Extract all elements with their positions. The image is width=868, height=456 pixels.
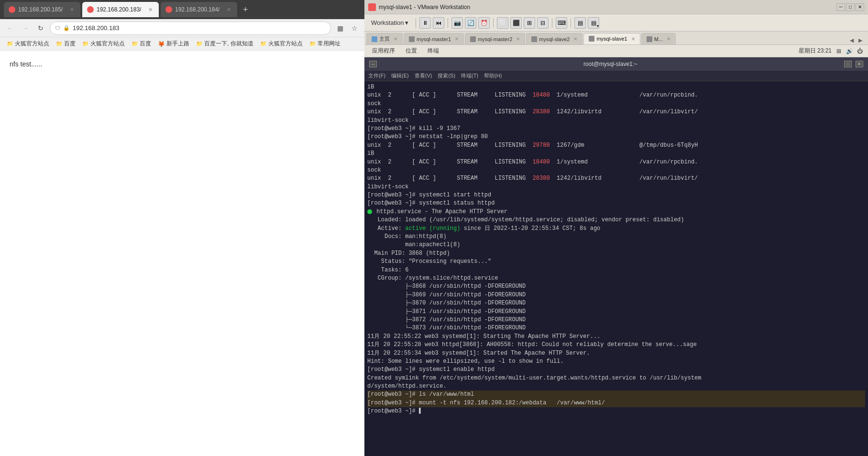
network-icon[interactable]: ⊞ <box>835 47 843 55</box>
terminal-search-menu[interactable]: 搜索(S) <box>438 72 455 79</box>
restore-snapshot-button[interactable]: 🔄 <box>465 17 476 29</box>
bookmark-label: 火狐官方站点 <box>268 40 303 48</box>
master2-tab-close[interactable]: ✕ <box>516 36 520 42</box>
tab-add-button[interactable]: + <box>239 3 252 17</box>
tab-mysql-master2[interactable]: mysql-master2 ✕ <box>465 33 525 44</box>
master1-tab-close[interactable]: ✕ <box>455 36 459 42</box>
terminal-edit-menu[interactable]: 编辑(E) <box>391 72 409 79</box>
bookmark-new-user[interactable]: 🦊 新手上路 <box>155 39 192 49</box>
vmware-titlebar: mysql-slave1 - VMware Workstation ─ □ ✕ <box>364 0 868 14</box>
terminal-titlebar: ─ root@mysql-slave1:~ □ ✕ <box>364 57 868 71</box>
master1-tab-icon <box>409 36 415 42</box>
lock-icon: 🔒 <box>63 25 70 31</box>
fullscreen-button-1[interactable]: ⬜ <box>497 17 508 29</box>
maximize-button[interactable]: □ <box>846 3 855 11</box>
resize-button-2[interactable]: ⊟ <box>537 17 549 29</box>
locations-menu-label: 位置 <box>406 47 417 54</box>
bookmark-huhu3[interactable]: 📁 火狐官方站点 <box>257 39 306 49</box>
bookmark-baidu2[interactable]: 📁 百度 <box>129 39 154 49</box>
browser-content: nfs test...... <box>0 51 364 456</box>
term-line: ├─3868 /usr/sbin/httpd -DFOREGROUND <box>367 282 865 291</box>
bookmark-huhu1[interactable]: 📁 火狐官方站点 <box>4 39 52 49</box>
view-button-2[interactable]: ▤▾ <box>588 17 599 29</box>
tab-185[interactable]: 192.168.200.185/ ✕ <box>4 2 80 17</box>
tab-mysql-slave2[interactable]: mysql-slave2 ✕ <box>526 33 582 44</box>
term-line: man:apachectl(8) <box>367 241 865 249</box>
terminal-view-menu[interactable]: 查看(V) <box>415 72 432 79</box>
console-button[interactable]: ⌨ <box>556 17 567 29</box>
time-label: 星期日 23:21 <box>799 47 832 54</box>
tab-favicon-184 <box>165 6 172 13</box>
power-icon[interactable]: ⏻ <box>856 47 864 55</box>
tab-scroll-right[interactable]: ▶ <box>857 36 864 44</box>
terminal-help-menu[interactable]: 帮助(H) <box>484 72 502 79</box>
folder-icon: 📁 <box>7 41 13 47</box>
term-line: unix 2 [ ACC ] STREAM LISTENING 28380 12… <box>367 174 865 183</box>
workstation-label: Workstation <box>371 19 404 26</box>
terminal-minimize-button[interactable]: ─ <box>369 61 377 67</box>
tab-label-183: 192.168.200.183/ <box>97 6 141 13</box>
term-line: libvirt-sock <box>367 117 865 125</box>
term-line: 11月 20 22:55:34 web3 systemd[1]: Started… <box>367 349 865 358</box>
terminal-menu[interactable]: 终端 <box>424 46 443 56</box>
bookmark-huhu2[interactable]: 📁 火狐官方站点 <box>79 39 128 49</box>
close-window-button[interactable]: ✕ <box>856 3 864 11</box>
tab-scroll-controls: ◀ ▶ <box>848 36 866 44</box>
workstation-menu[interactable]: Workstation ▾ <box>367 18 412 28</box>
bookmark-label: 火狐官方站点 <box>90 40 125 48</box>
tab-close-184[interactable]: ✕ <box>225 6 232 13</box>
window-controls: ─ □ ✕ <box>836 3 864 11</box>
terminal-restore-button[interactable]: □ <box>844 61 852 67</box>
tab-home[interactable]: 主页 ✕ <box>366 33 403 44</box>
resume-button[interactable]: ⏮ <box>433 17 444 29</box>
resize-button-1[interactable]: ⊞ <box>524 17 535 29</box>
snapshot-manager-button[interactable]: ⏰ <box>478 17 490 29</box>
more-tab-label: M... <box>654 36 663 42</box>
minimize-button[interactable]: ─ <box>836 3 845 11</box>
term-line: [root@web3 ~]# systemctl enable httpd <box>367 366 865 374</box>
bookmark-baidu-search[interactable]: 📁 百度一下, 你就知道 <box>193 39 256 49</box>
master2-tab-label: mysql-master2 <box>478 36 512 42</box>
term-prompt-line: [root@web3 ~]# ▌ <box>367 407 865 415</box>
vmware-secondary-toolbar: 应用程序 位置 终端 星期日 23:21 ⊞ 🔊 ⏻ <box>364 45 868 57</box>
tab-mysql-slave1[interactable]: mysql-slave1 ✕ <box>583 33 640 44</box>
slave2-tab-close[interactable]: ✕ <box>573 36 577 42</box>
term-line: d/system/httpd.service. <box>367 382 865 391</box>
terminal-title: root@mysql-slave1:~ <box>381 61 840 67</box>
bookmark-common[interactable]: 📁 常用网址 <box>307 39 343 49</box>
back-button[interactable]: ← <box>4 22 16 34</box>
forward-button[interactable]: → <box>19 22 32 34</box>
slave2-tab-label: mysql-slave2 <box>539 36 570 42</box>
toolbar-separator-3 <box>493 18 494 28</box>
tab-184[interactable]: 192.168.200.184/ ✕ <box>161 2 237 17</box>
term-line-mount: [root@web3 ~]# mount -t nfs 192.168.200.… <box>367 399 865 407</box>
bookmark-baidu1[interactable]: 📁 百度 <box>53 39 78 49</box>
locations-menu[interactable]: 位置 <box>402 46 421 56</box>
pause-button[interactable]: ⏸ <box>419 17 431 29</box>
snapshot-button[interactable]: 📷 <box>451 17 463 29</box>
bookmark-button[interactable]: ☆ <box>348 22 361 34</box>
refresh-button[interactable]: ↻ <box>34 22 47 34</box>
fullscreen-button-2[interactable]: ⬛ <box>510 17 522 29</box>
apps-menu[interactable]: 应用程序 <box>368 46 399 56</box>
terminal-content[interactable]: iBunix 2 [ ACC ] STREAM LISTENING 18480 … <box>364 81 868 456</box>
address-bar[interactable]: 🛡 🔒 192.168.200.183 <box>50 22 331 35</box>
slave1-tab-close[interactable]: ✕ <box>631 36 635 42</box>
tab-close-185[interactable]: ✕ <box>68 6 76 13</box>
terminal-close-button[interactable]: ✕ <box>856 61 863 67</box>
tab-scroll-left[interactable]: ◀ <box>848 36 856 44</box>
view-button[interactable]: ▤ <box>574 17 586 29</box>
volume-icon[interactable]: 🔊 <box>845 47 854 55</box>
terminal-file-menu[interactable]: 文件(F) <box>368 72 385 79</box>
tab-close-183[interactable]: ✕ <box>146 6 154 13</box>
tab-183[interactable]: 192.168.200.183/ ✕ <box>82 2 159 17</box>
tab-more[interactable]: M... ✕ <box>641 33 676 44</box>
system-tray-icons: ⊞ 🔊 ⏻ <box>835 47 864 55</box>
more-tab-close[interactable]: ✕ <box>667 36 670 42</box>
master1-tab-label: mysql-master1 <box>417 36 451 42</box>
home-tab-close[interactable]: ✕ <box>394 36 397 42</box>
tab-mysql-master1[interactable]: mysql-master1 ✕ <box>404 33 464 44</box>
qr-code-button[interactable]: ▦ <box>334 22 346 34</box>
vmware-window: mysql-slave1 - VMware Workstation ─ □ ✕ … <box>364 0 868 456</box>
terminal-terminal-menu[interactable]: 终端(T) <box>461 72 478 79</box>
